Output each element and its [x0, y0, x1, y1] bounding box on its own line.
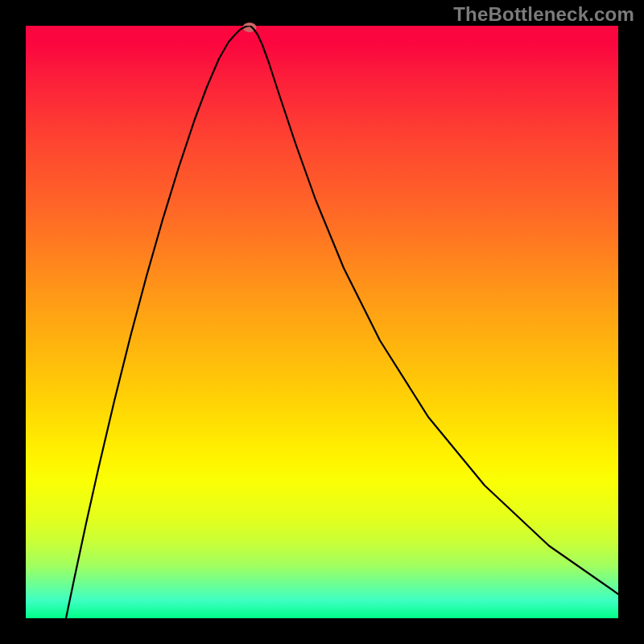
watermark-text: TheBottleneck.com [453, 3, 634, 26]
bottleneck-curve-path [66, 26, 618, 618]
curve-svg [26, 26, 618, 618]
chart-frame: TheBottleneck.com [0, 0, 644, 644]
plot-area [26, 26, 618, 618]
